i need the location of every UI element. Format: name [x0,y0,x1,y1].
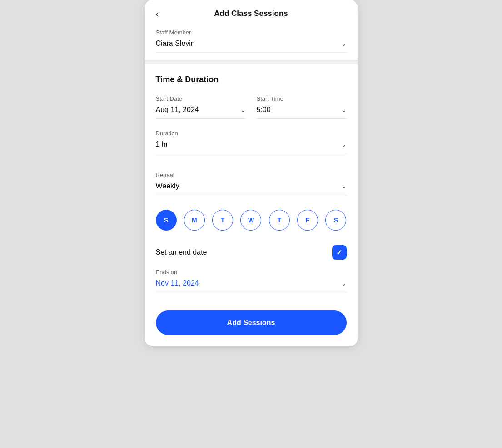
repeat-value: Weekly [156,182,179,190]
duration-value: 1 hr [156,140,169,148]
start-date-label: Start Date [156,95,246,102]
chevron-down-icon: ⌄ [341,280,347,287]
chevron-down-icon: ⌄ [341,141,347,148]
start-date-dropdown[interactable]: Aug 11, 2024 ⌄ [156,106,246,119]
day-friday[interactable]: F [297,210,318,231]
back-button[interactable]: ‹ [156,9,159,19]
duration-field: Duration 1 hr ⌄ [156,130,347,153]
repeat-dropdown[interactable]: Weekly ⌄ [156,182,347,195]
ends-on-value: Nov 11, 2024 [156,279,199,287]
day-wednesday[interactable]: W [240,210,261,231]
ends-on-label: Ends on [156,269,347,276]
chevron-down-icon: ⌄ [341,106,347,113]
header-top: ‹ Add Class Sessions [156,9,347,18]
back-icon: ‹ [156,9,159,19]
staff-member-value: Ciara Slevin [156,39,195,48]
day-thursday[interactable]: T [269,210,290,231]
mobile-card: ‹ Add Class Sessions Staff Member Ciara … [145,0,358,346]
chevron-down-icon: ⌄ [341,40,347,47]
repeat-section: Repeat Weekly ⌄ [145,172,358,202]
staff-member-label: Staff Member [156,29,347,36]
start-date-field: Start Date Aug 11, 2024 ⌄ [156,95,246,119]
chevron-down-icon: ⌄ [240,106,246,113]
day-monday[interactable]: M [184,210,205,231]
duration-label: Duration [156,130,347,137]
start-fields-row: Start Date Aug 11, 2024 ⌄ Start Time 5:0… [156,95,347,119]
start-time-field: Start Time 5:00 ⌄ [257,95,347,119]
start-date-value: Aug 11, 2024 [156,106,199,114]
time-duration-title: Time & Duration [156,75,347,84]
page-title: Add Class Sessions [214,9,288,18]
header-section: ‹ Add Class Sessions Staff Member Ciara … [145,0,358,60]
start-time-dropdown[interactable]: 5:00 ⌄ [257,106,347,119]
staff-member-field: Staff Member Ciara Slevin ⌄ [156,29,347,53]
bottom-section: Add Sessions [145,303,358,346]
day-picker: S M T W T F S [145,202,358,238]
day-saturday[interactable]: S [325,210,346,231]
time-duration-section: Time & Duration Start Date Aug 11, 2024 … [145,64,358,172]
day-sunday[interactable]: S [156,210,177,231]
add-sessions-button[interactable]: Add Sessions [156,310,347,335]
duration-dropdown[interactable]: 1 hr ⌄ [156,140,347,153]
repeat-label: Repeat [156,172,347,178]
start-time-label: Start Time [257,95,347,102]
page-wrapper: ‹ Add Class Sessions Staff Member Ciara … [0,0,502,448]
ends-on-field: Ends on Nov 11, 2024 ⌄ [156,269,347,292]
start-time-value: 5:00 [257,106,271,114]
set-end-date-checkbox[interactable] [332,245,347,260]
staff-member-dropdown[interactable]: Ciara Slevin ⌄ [156,39,347,53]
end-date-section: Set an end date Ends on Nov 11, 2024 ⌄ [145,238,358,303]
section-divider-1 [145,60,358,64]
end-date-toggle-row: Set an end date [156,245,347,260]
ends-on-dropdown[interactable]: Nov 11, 2024 ⌄ [156,279,347,292]
chevron-down-icon: ⌄ [341,182,347,190]
day-tuesday[interactable]: T [212,210,233,231]
set-end-date-label: Set an end date [156,248,207,256]
